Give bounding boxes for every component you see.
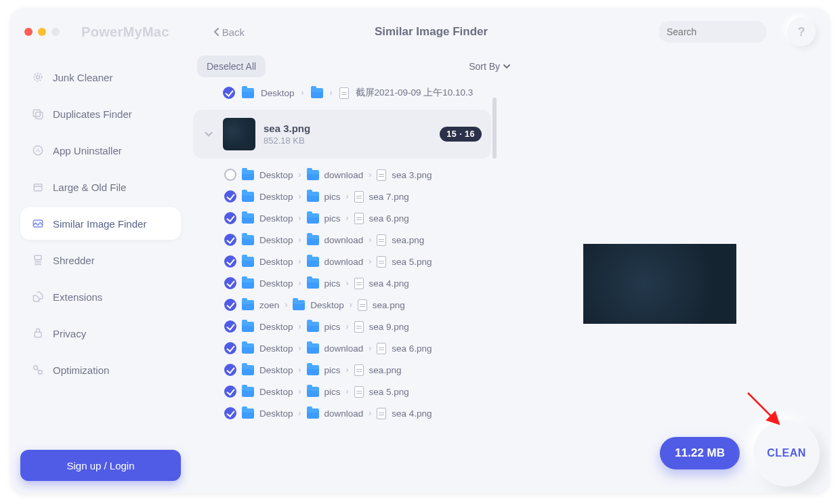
checkbox-icon[interactable] bbox=[224, 385, 236, 398]
list-item[interactable]: Desktop › download › sea.png bbox=[193, 229, 491, 251]
list-item[interactable]: zoen › Desktop › sea.png bbox=[193, 294, 491, 316]
group-header[interactable]: sea 3.png852.18 KB15 · 16 bbox=[193, 110, 491, 159]
svg-point-13 bbox=[38, 370, 42, 374]
svg-line-14 bbox=[37, 369, 39, 371]
signup-login-button[interactable]: Sign up / Login bbox=[20, 450, 181, 481]
list-item[interactable]: Desktop › › 截屏2021-09-09 上午10.10.3 bbox=[193, 84, 491, 103]
folder-icon bbox=[307, 213, 319, 224]
breadcrumb-segment: Desktop bbox=[259, 170, 293, 180]
thumbnail bbox=[223, 118, 255, 150]
breadcrumb-segment: pics bbox=[324, 322, 341, 332]
file-list: Desktop › › 截屏2021-09-09 上午10.10.3sea 3.… bbox=[193, 84, 491, 484]
list-item[interactable]: Desktop › pics › sea 4.png bbox=[193, 272, 491, 294]
folder-icon bbox=[242, 88, 254, 98]
breadcrumb-segment: Desktop bbox=[259, 343, 293, 354]
breadcrumb-segment: Desktop bbox=[259, 387, 293, 397]
sidebar-item-junk-cleaner[interactable]: Junk Cleaner bbox=[20, 61, 181, 93]
folder-icon bbox=[242, 257, 254, 267]
list-item[interactable]: Desktop › pics › sea 9.png bbox=[193, 316, 491, 337]
svg-point-3 bbox=[37, 76, 40, 79]
deselect-all-button[interactable]: Deselect All bbox=[197, 56, 266, 77]
sidebar-item-similar-image-finder[interactable]: Similar Image Finder bbox=[20, 207, 181, 240]
file-name: sea 3.png bbox=[392, 170, 432, 180]
list-item[interactable]: Desktop › download › sea 3.png bbox=[193, 164, 491, 186]
svg-point-12 bbox=[34, 366, 38, 370]
breadcrumb-segment: Desktop bbox=[259, 257, 293, 267]
search-input[interactable] bbox=[667, 26, 785, 37]
list-item[interactable]: Desktop › pics › sea 5.png bbox=[193, 381, 491, 402]
sidebar-nav: Junk CleanerDuplicates FinderAApp Uninst… bbox=[20, 61, 181, 386]
close-window-icon[interactable] bbox=[24, 28, 33, 36]
sidebar-item-optimization[interactable]: Optimization bbox=[20, 354, 181, 386]
title-bar: PowerMyMac Back Similar Image Finder ? bbox=[11, 8, 829, 53]
checkbox-icon[interactable] bbox=[224, 255, 236, 268]
checkbox-icon[interactable] bbox=[224, 190, 236, 203]
breadcrumb-segment: Desktop bbox=[259, 408, 293, 419]
sidebar-item-app-uninstaller[interactable]: AApp Uninstaller bbox=[20, 134, 181, 167]
sidebar-item-shredder[interactable]: Shredder bbox=[20, 244, 181, 276]
maximize-window-icon[interactable] bbox=[51, 28, 60, 36]
folder-icon bbox=[242, 387, 254, 397]
file-name: sea.png bbox=[392, 235, 424, 245]
folder-icon bbox=[307, 322, 319, 332]
svg-rect-11 bbox=[35, 332, 41, 337]
checkbox-icon[interactable] bbox=[224, 407, 236, 419]
breadcrumb-segment: Desktop bbox=[259, 213, 293, 224]
checkbox-icon[interactable] bbox=[224, 364, 236, 376]
checkbox-icon[interactable] bbox=[224, 169, 236, 181]
folder-icon bbox=[242, 170, 254, 180]
checkbox-icon[interactable] bbox=[224, 277, 236, 289]
sidebar-item-large-old-file[interactable]: Large & Old File bbox=[20, 171, 181, 203]
sidebar-item-extensions[interactable]: Extensions bbox=[20, 280, 181, 313]
file-icon bbox=[377, 169, 386, 181]
sidebar-item-duplicates-finder[interactable]: Duplicates Finder bbox=[20, 98, 181, 130]
checkbox-icon[interactable] bbox=[224, 342, 236, 354]
breadcrumb-segment: pics bbox=[324, 278, 341, 289]
checkbox-icon[interactable] bbox=[224, 320, 236, 333]
sidebar-item-label: Duplicates Finder bbox=[53, 108, 132, 120]
chevron-down-icon bbox=[503, 63, 511, 70]
list-item[interactable]: Desktop › download › sea 6.png bbox=[193, 337, 491, 359]
search-field[interactable] bbox=[658, 21, 767, 43]
breadcrumb-segment: Desktop bbox=[259, 192, 293, 202]
checkbox-icon[interactable] bbox=[223, 87, 235, 99]
sidebar-item-privacy[interactable]: Privacy bbox=[20, 317, 181, 350]
file-name: sea 5.png bbox=[369, 387, 409, 397]
list-item[interactable]: Desktop › pics › sea.png bbox=[193, 359, 491, 381]
help-button[interactable]: ? bbox=[787, 18, 816, 46]
checkbox-icon[interactable] bbox=[224, 299, 236, 311]
list-item[interactable]: Desktop › pics › sea 7.png bbox=[193, 186, 491, 207]
folder-icon bbox=[242, 278, 254, 289]
file-name: sea 9.png bbox=[369, 322, 409, 332]
file-list-wrapper: Desktop › › 截屏2021-09-09 上午10.10.3sea 3.… bbox=[193, 84, 491, 484]
folder-icon bbox=[242, 300, 254, 310]
folder-icon bbox=[307, 365, 319, 375]
file-name: sea 7.png bbox=[369, 192, 409, 202]
sort-by-button[interactable]: Sort By bbox=[469, 61, 511, 72]
chevron-down-icon bbox=[203, 128, 215, 140]
breadcrumb-segment: download bbox=[324, 343, 364, 354]
total-size-pill: 11.22 MB bbox=[660, 437, 740, 469]
list-item[interactable]: Desktop › pics › sea 6.png bbox=[193, 207, 491, 229]
minimize-window-icon[interactable] bbox=[38, 28, 46, 36]
list-item[interactable]: Desktop › download › sea 4.png bbox=[193, 402, 491, 424]
app-window: PowerMyMac Back Similar Image Finder ? J… bbox=[11, 8, 829, 493]
file-name: sea.png bbox=[369, 365, 402, 375]
checkbox-icon[interactable] bbox=[224, 234, 236, 246]
scrollbar-thumb[interactable] bbox=[492, 98, 497, 159]
svg-rect-5 bbox=[36, 112, 43, 119]
page-title: Similar Image Finder bbox=[213, 25, 649, 39]
file-icon bbox=[339, 87, 349, 99]
breadcrumb-segment: Desktop bbox=[261, 88, 295, 98]
sidebar-item-label: Similar Image Finder bbox=[53, 218, 146, 230]
file-icon bbox=[354, 321, 364, 333]
folder-icon bbox=[307, 387, 319, 397]
clean-button[interactable]: CLEAN bbox=[753, 420, 820, 486]
group-size: 852.18 KB bbox=[264, 135, 310, 146]
folder-icon bbox=[293, 300, 305, 310]
checkbox-icon[interactable] bbox=[224, 212, 236, 224]
list-item[interactable]: Desktop › download › sea 5.png bbox=[193, 251, 491, 272]
footer: 11.22 MB CLEAN bbox=[660, 420, 820, 486]
folder-icon bbox=[307, 278, 319, 289]
count-badge: 15 · 16 bbox=[440, 127, 482, 142]
